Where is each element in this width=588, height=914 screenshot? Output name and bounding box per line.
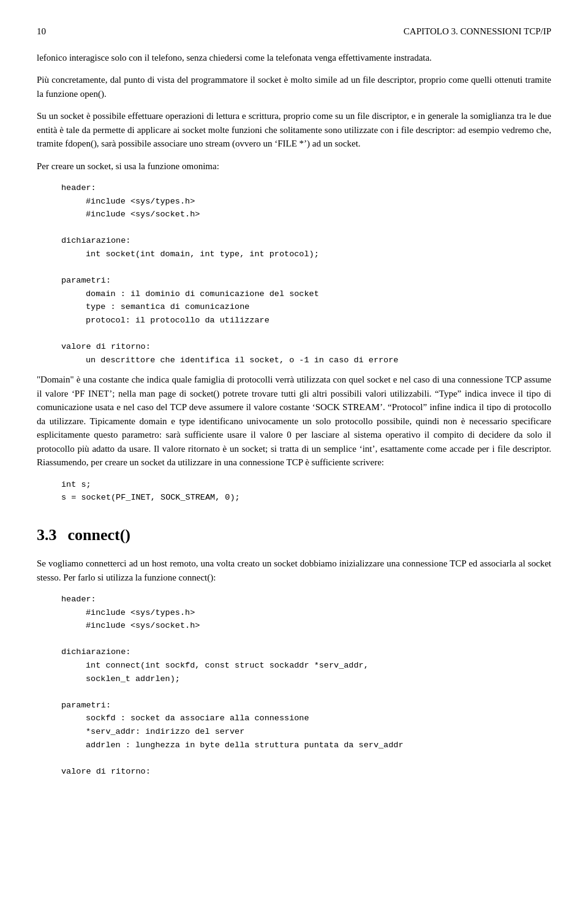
connect-param-sockfd: sockfd : socket da associare alla connes… — [86, 712, 551, 725]
paragraph-4: Per creare un socket, si usa la funzione… — [37, 159, 551, 173]
param-type: type : semantica di comunicazione — [86, 300, 551, 314]
parametri-label: parametri: — [61, 274, 551, 288]
dichiarazione-label: dichiarazione: — [61, 234, 551, 248]
declaration: int socket(int domain, int type, int pro… — [86, 248, 551, 261]
header-label: header: — [61, 181, 551, 195]
include-2: #include <sys/socket.h> — [86, 208, 551, 221]
connect-valore-label: valore di ritorno: — [61, 765, 551, 779]
socket-example-block: int s; s = socket(PF_INET, SOCK_STREAM, … — [61, 478, 551, 505]
page-header: 10 CAPITOLO 3. CONNESSIONI TCP/IP — [37, 25, 551, 39]
connect-dichiarazione-label: dichiarazione: — [61, 646, 551, 659]
connect-function-block: header: #include <sys/types.h> #include … — [61, 593, 551, 778]
connect-include-1: #include <sys/types.h> — [86, 606, 551, 620]
valore-label: valore di ritorno: — [61, 340, 551, 354]
paragraph-2: Più concretamente, dal punto di vista de… — [37, 73, 551, 101]
return-val: un descrittore che identifica il socket,… — [86, 354, 551, 367]
connect-param-serv-addr: *serv_addr: indirizzo del server — [86, 725, 551, 739]
param-domain: domain : il dominio di comunicazione del… — [86, 288, 551, 301]
connect-declaration-line1: int connect(int sockfd, const struct soc… — [86, 659, 551, 672]
connect-parametri-label: parametri: — [61, 699, 551, 712]
connect-include-2: #include <sys/socket.h> — [86, 619, 551, 633]
param-protocol: protocol: il protocollo da utilizzare — [86, 314, 551, 327]
connect-declaration-line2: socklen_t addrlen); — [86, 672, 551, 686]
example-line1: int s; — [61, 478, 551, 492]
connect-param-addrlen: addrlen : lunghezza in byte della strutt… — [86, 739, 551, 752]
section-33-title: connect() — [68, 523, 131, 547]
paragraph-1: lefonico interagisce solo con il telefon… — [37, 51, 551, 65]
section-33-header: 3.3 connect() — [37, 523, 551, 547]
paragraph-5: "Domain" è una costante che indica quale… — [37, 373, 551, 470]
section-number: 3.3 — [37, 523, 57, 547]
paragraph-6: Se vogliamo connetterci ad un host remot… — [37, 557, 551, 584]
page-number: 10 — [37, 25, 46, 39]
chapter-title: CAPITOLO 3. CONNESSIONI TCP/IP — [404, 25, 551, 39]
socket-function-block: header: #include <sys/types.h> #include … — [61, 181, 551, 367]
connect-header-label: header: — [61, 593, 551, 606]
paragraph-3: Su un socket è possibile effettuare oper… — [37, 109, 551, 151]
example-line2: s = socket(PF_INET, SOCK_STREAM, 0); — [61, 491, 551, 505]
include-1: #include <sys/types.h> — [86, 195, 551, 208]
